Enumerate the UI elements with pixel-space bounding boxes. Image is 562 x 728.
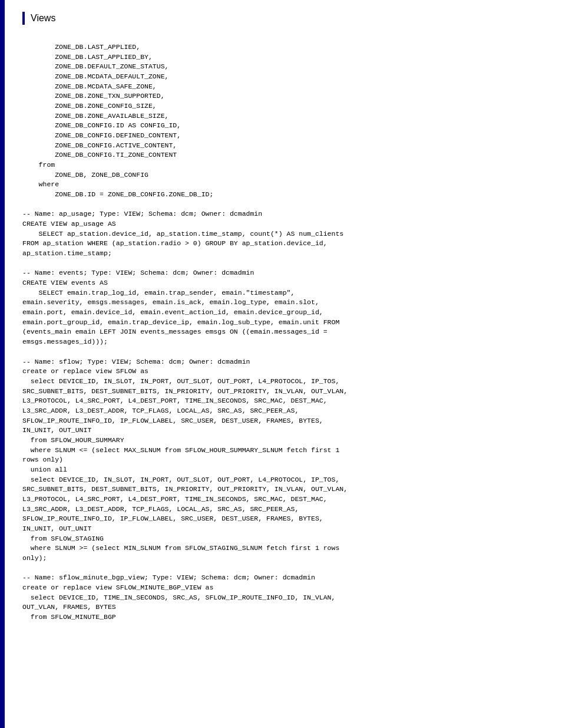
page-title: Views (31, 13, 55, 24)
code-content: ZONE_DB.LAST_APPLIED, ZONE_DB.LAST_APPLI… (22, 42, 550, 622)
bar-icon (22, 12, 25, 25)
header: Views (22, 12, 550, 25)
left-bar (0, 0, 5, 728)
page-container: Views ZONE_DB.LAST_APPLIED, ZONE_DB.LAST… (0, 0, 562, 728)
content-area: Views ZONE_DB.LAST_APPLIED, ZONE_DB.LAST… (5, 0, 562, 728)
